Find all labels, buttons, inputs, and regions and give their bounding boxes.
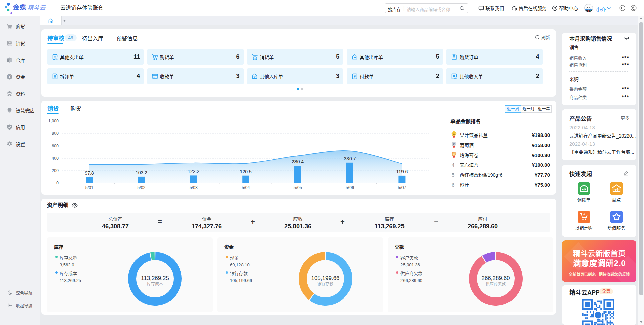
- svg-text:800: 800: [52, 131, 59, 136]
- svg-text:330.7: 330.7: [344, 156, 356, 161]
- svg-text:5/01: 5/01: [85, 185, 93, 190]
- svg-text:280.4: 280.4: [292, 159, 304, 164]
- svg-text:1,000: 1,000: [48, 119, 59, 123]
- svg-text:97.8: 97.8: [85, 170, 94, 176]
- svg-text:119.6: 119.6: [396, 169, 408, 174]
- svg-text:1: 1: [453, 132, 455, 136]
- svg-text:3: 3: [453, 152, 455, 155]
- svg-text:400: 400: [52, 156, 59, 161]
- svg-text:120.5: 120.5: [240, 169, 252, 174]
- svg-text:103.2: 103.2: [136, 170, 147, 175]
- svg-text:0: 0: [56, 181, 59, 185]
- svg-text:5/04: 5/04: [241, 185, 250, 190]
- svg-text:600: 600: [52, 144, 59, 148]
- svg-text:5/02: 5/02: [137, 185, 145, 190]
- svg-text:2: 2: [453, 142, 455, 146]
- svg-text:5/05: 5/05: [293, 185, 302, 190]
- svg-text:5/03: 5/03: [190, 185, 198, 190]
- svg-text:¥: ¥: [9, 75, 11, 79]
- svg-text:5/07: 5/07: [398, 185, 406, 190]
- svg-text:200: 200: [52, 168, 59, 173]
- svg-text:5/06: 5/06: [346, 185, 354, 190]
- svg-text:122.2: 122.2: [187, 169, 199, 174]
